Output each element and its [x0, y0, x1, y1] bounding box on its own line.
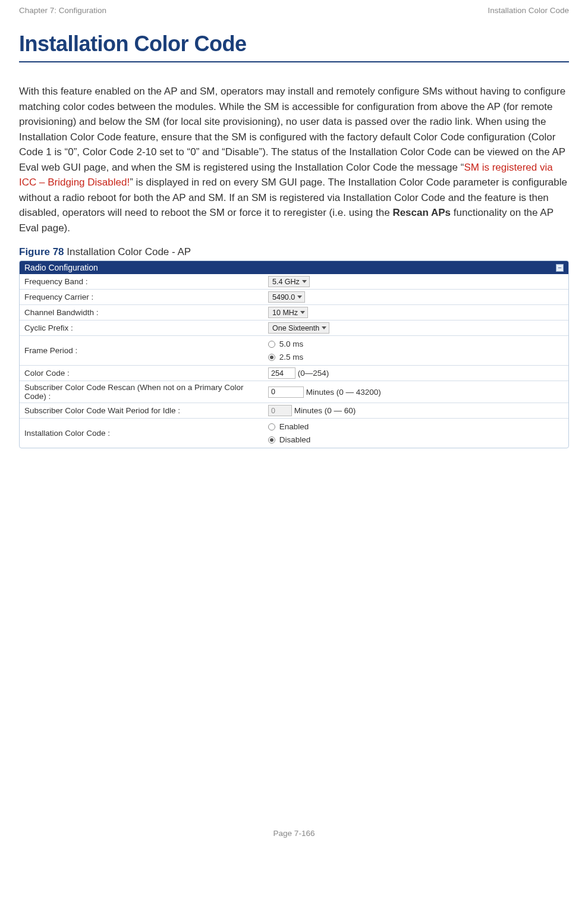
chevron-down-icon	[300, 311, 305, 314]
panel-title: Radio Configuration	[24, 263, 98, 272]
hint-wait-idle: Minutes (0 — 60)	[294, 406, 356, 415]
input-rescan-minutes[interactable]	[268, 386, 304, 398]
page-header: Chapter 7: Configuration Installation Co…	[19, 0, 569, 32]
row-installation-color-code: Installation Color Code : Enabled Disabl…	[20, 419, 568, 448]
select-frequency-carrier-value: 5490.0	[272, 293, 295, 301]
input-color-code[interactable]	[268, 367, 295, 379]
chevron-down-icon	[302, 280, 307, 283]
hint-color-code: (0—254)	[298, 369, 329, 378]
row-cyclic-prefix: Cyclic Prefix : One Sixteenth	[20, 320, 568, 336]
page-title: Installation Color Code	[19, 32, 569, 56]
row-frame-period: Frame Period : 5.0 ms 2.5 ms	[20, 336, 568, 366]
label-channel-bandwidth: Channel Bandwidth :	[20, 305, 263, 320]
row-wait-idle: Subscriber Color Code Wait Period for Id…	[20, 403, 568, 419]
radio-icc-disabled-label: Disabled	[279, 435, 311, 444]
hint-rescan: Minutes (0 — 43200)	[306, 387, 381, 396]
header-left: Chapter 7: Configuration	[19, 6, 106, 15]
figure-text: Installation Color Code - AP	[64, 246, 191, 257]
label-wait-idle: Subscriber Color Code Wait Period for Id…	[20, 403, 263, 419]
label-frequency-carrier: Frequency Carrier :	[20, 290, 263, 305]
header-right: Installation Color Code	[488, 6, 569, 15]
label-cyclic-prefix: Cyclic Prefix :	[20, 320, 263, 336]
title-rule	[19, 61, 569, 62]
radio-frame-2-5ms-label: 2.5 ms	[279, 353, 304, 362]
para-part-a: With this feature enabled on the AP and …	[19, 86, 565, 173]
radio-frame-5ms[interactable]	[268, 341, 275, 348]
row-frequency-band: Frequency Band : 5.4 GHz	[20, 274, 568, 290]
main-paragraph: With this feature enabled on the AP and …	[19, 84, 569, 235]
select-frequency-band[interactable]: 5.4 GHz	[268, 276, 310, 287]
config-table: Frequency Band : 5.4 GHz Frequency Carri…	[20, 274, 568, 448]
select-channel-bandwidth-value: 10 MHz	[272, 309, 298, 317]
row-rescan: Subscriber Color Code Rescan (When not o…	[20, 381, 568, 403]
panel-header: Radio Configuration −	[20, 261, 568, 274]
radio-config-panel: Radio Configuration − Frequency Band : 5…	[19, 260, 569, 448]
chevron-down-icon	[297, 296, 302, 298]
page-footer: Page 7-166	[19, 829, 569, 838]
row-channel-bandwidth: Channel Bandwidth : 10 MHz	[20, 305, 568, 320]
select-cyclic-prefix-value: One Sixteenth	[272, 324, 319, 332]
select-frequency-band-value: 5.4 GHz	[272, 278, 300, 286]
label-frequency-band: Frequency Band :	[20, 274, 263, 290]
select-frequency-carrier[interactable]: 5490.0	[268, 291, 305, 303]
radio-icc-enabled[interactable]	[268, 423, 275, 430]
input-wait-idle	[268, 405, 292, 416]
label-installation-color-code: Installation Color Code :	[20, 419, 263, 448]
row-color-code: Color Code : (0—254)	[20, 366, 568, 381]
figure-label: Figure 78	[19, 246, 64, 257]
chevron-down-icon	[322, 326, 326, 329]
label-color-code: Color Code :	[20, 366, 263, 381]
select-cyclic-prefix[interactable]: One Sixteenth	[268, 322, 329, 334]
radio-frame-5ms-label: 5.0 ms	[279, 340, 304, 348]
radio-frame-2-5ms[interactable]	[268, 354, 275, 361]
label-frame-period: Frame Period :	[20, 336, 263, 366]
row-frequency-carrier: Frequency Carrier : 5490.0	[20, 290, 568, 305]
rescan-aps-bold: Rescan APs	[392, 207, 451, 218]
figure-caption: Figure 78 Installation Color Code - AP	[19, 246, 569, 258]
collapse-icon[interactable]: −	[556, 264, 564, 272]
select-channel-bandwidth[interactable]: 10 MHz	[268, 307, 308, 318]
radio-icc-enabled-label: Enabled	[279, 422, 309, 431]
radio-icc-disabled[interactable]	[268, 436, 275, 444]
label-rescan: Subscriber Color Code Rescan (When not o…	[20, 381, 263, 403]
